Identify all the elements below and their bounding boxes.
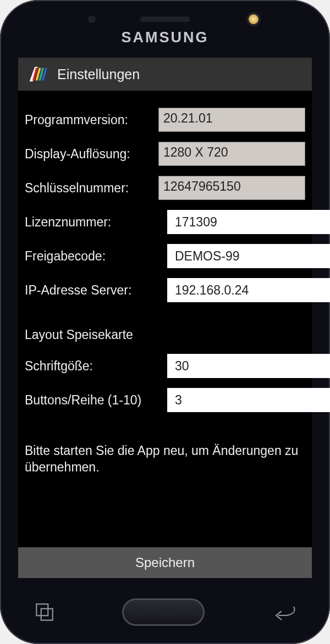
app-logo-icon (26, 64, 47, 85)
label-key: Schlüsselnummer: (25, 181, 158, 196)
label-version: Programmversion: (25, 113, 158, 127)
device-nav (33, 596, 297, 629)
row-release: Freigabecode: (25, 243, 305, 269)
recents-icon[interactable] (33, 601, 56, 624)
label-fontsize: Schriftgöße: (25, 359, 158, 374)
ip-field[interactable] (167, 278, 330, 302)
row-key: Schlüsselnummer: 12647965150 (25, 175, 305, 201)
row-buttonsperrow: Buttons/Reihe (1-10) (25, 387, 305, 413)
settings-form: Programmversion: 20.21.01 Display-Auflös… (18, 91, 312, 547)
release-field[interactable] (167, 244, 330, 268)
section-layout-title: Layout Speisekarte (25, 327, 305, 342)
save-button[interactable]: Speichern (18, 547, 312, 578)
label-buttonsperrow: Buttons/Reihe (1-10) (25, 393, 158, 408)
label-license: Lizenznummer: (25, 215, 158, 230)
svg-rect-4 (36, 604, 48, 615)
home-button[interactable] (122, 598, 205, 626)
value-version: 20.21.01 (158, 108, 305, 132)
speaker-icon (140, 16, 190, 22)
row-ip: IP-Adresse Server: (25, 277, 305, 303)
sensor-icon (88, 15, 96, 23)
app-topbar: Einstellungen (18, 58, 312, 91)
value-display: 1280 X 720 (158, 142, 305, 166)
restart-hint: Bitte starten Sie die App neu, um Änderu… (25, 443, 305, 476)
fontsize-field[interactable] (167, 354, 330, 378)
page-title: Einstellungen (57, 66, 140, 82)
svg-rect-5 (41, 609, 53, 620)
value-key: 12647965150 (158, 176, 305, 200)
back-icon[interactable] (271, 601, 297, 624)
buttonsperrow-field[interactable] (167, 388, 330, 412)
row-display: Display-Auflösung: 1280 X 720 (25, 141, 305, 166)
label-ip: IP-Adresse Server: (25, 283, 158, 298)
screen: Einstellungen Programmversion: 20.21.01 … (18, 58, 312, 578)
label-display: Display-Auflösung: (25, 147, 158, 162)
row-fontsize: Schriftgöße: (25, 353, 305, 379)
camera-icon (249, 14, 258, 24)
device-frame: SAMSUNG Einstellungen Programmversion: 2… (0, 0, 330, 644)
license-field[interactable] (167, 210, 330, 234)
device-brand: SAMSUNG (0, 29, 330, 46)
label-release: Freigabecode: (25, 249, 158, 264)
row-version: Programmversion: 20.21.01 (25, 107, 305, 132)
row-license: Lizenznummer: (25, 209, 305, 235)
